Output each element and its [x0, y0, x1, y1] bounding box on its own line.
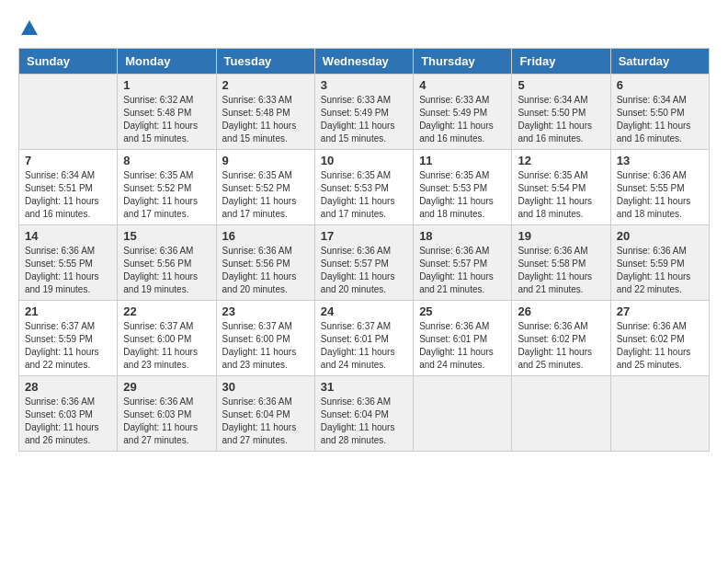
col-monday: Monday — [118, 49, 216, 75]
day-info: Sunrise: 6:36 AMSunset: 6:03 PMDaylight:… — [25, 396, 111, 447]
day-number: 11 — [419, 154, 506, 167]
calendar-cell: 23Sunrise: 6:37 AMSunset: 6:00 PMDayligh… — [216, 301, 314, 376]
day-number: 7 — [25, 154, 111, 167]
calendar-week-row: 28Sunrise: 6:36 AMSunset: 6:03 PMDayligh… — [19, 376, 710, 452]
day-info: Sunrise: 6:35 AMSunset: 5:53 PMDaylight:… — [419, 169, 506, 221]
calendar-cell — [610, 376, 709, 452]
day-number: 24 — [321, 304, 407, 318]
day-number: 10 — [321, 154, 407, 167]
calendar-cell: 5Sunrise: 6:34 AMSunset: 5:50 PMDaylight… — [512, 75, 610, 150]
day-info: Sunrise: 6:36 AMSunset: 6:01 PMDaylight:… — [419, 320, 506, 372]
calendar-cell: 21Sunrise: 6:37 AMSunset: 5:59 PMDayligh… — [19, 301, 118, 376]
calendar-cell: 18Sunrise: 6:36 AMSunset: 5:57 PMDayligh… — [414, 225, 512, 301]
calendar-cell: 17Sunrise: 6:36 AMSunset: 5:57 PMDayligh… — [314, 225, 413, 301]
day-info: Sunrise: 6:36 AMSunset: 6:02 PMDaylight:… — [518, 320, 604, 372]
day-info: Sunrise: 6:33 AMSunset: 5:49 PMDaylight:… — [419, 94, 506, 145]
day-number: 22 — [123, 304, 210, 318]
day-info: Sunrise: 6:37 AMSunset: 6:00 PMDaylight:… — [123, 320, 210, 372]
day-number: 16 — [222, 229, 309, 243]
calendar-cell: 20Sunrise: 6:36 AMSunset: 5:59 PMDayligh… — [610, 225, 709, 301]
day-info: Sunrise: 6:36 AMSunset: 6:03 PMDaylight:… — [123, 396, 210, 447]
day-info: Sunrise: 6:36 AMSunset: 6:04 PMDaylight:… — [222, 396, 309, 447]
calendar-cell: 26Sunrise: 6:36 AMSunset: 6:02 PMDayligh… — [512, 301, 610, 376]
day-number: 18 — [419, 229, 506, 243]
calendar-week-row: 21Sunrise: 6:37 AMSunset: 5:59 PMDayligh… — [19, 301, 710, 376]
svg-marker-0 — [21, 20, 38, 35]
calendar-cell: 25Sunrise: 6:36 AMSunset: 6:01 PMDayligh… — [414, 301, 512, 376]
page-header — [18, 18, 710, 39]
day-number: 6 — [617, 78, 703, 92]
day-info: Sunrise: 6:33 AMSunset: 5:49 PMDaylight:… — [321, 94, 407, 145]
day-number: 9 — [222, 154, 309, 167]
day-info: Sunrise: 6:36 AMSunset: 5:55 PMDaylight:… — [617, 169, 703, 221]
day-info: Sunrise: 6:36 AMSunset: 5:56 PMDaylight:… — [222, 245, 309, 296]
calendar-cell: 9Sunrise: 6:35 AMSunset: 5:52 PMDaylight… — [216, 150, 314, 225]
col-thursday: Thursday — [414, 49, 512, 75]
calendar-cell: 1Sunrise: 6:32 AMSunset: 5:48 PMDaylight… — [118, 75, 216, 150]
calendar-week-row: 7Sunrise: 6:34 AMSunset: 5:51 PMDaylight… — [19, 150, 710, 225]
calendar-cell — [512, 376, 610, 452]
day-number: 4 — [419, 78, 506, 92]
calendar-cell: 12Sunrise: 6:35 AMSunset: 5:54 PMDayligh… — [512, 150, 610, 225]
day-info: Sunrise: 6:34 AMSunset: 5:50 PMDaylight:… — [518, 94, 604, 145]
day-number: 17 — [321, 229, 407, 243]
header-row: Sunday Monday Tuesday Wednesday Thursday… — [19, 49, 710, 75]
calendar-cell: 7Sunrise: 6:34 AMSunset: 5:51 PMDaylight… — [19, 150, 118, 225]
day-number: 21 — [25, 304, 111, 318]
calendar-cell: 30Sunrise: 6:36 AMSunset: 6:04 PMDayligh… — [216, 376, 314, 452]
day-number: 20 — [617, 229, 703, 243]
day-number: 23 — [222, 304, 309, 318]
day-number: 15 — [123, 229, 210, 243]
calendar-cell: 29Sunrise: 6:36 AMSunset: 6:03 PMDayligh… — [118, 376, 216, 452]
day-number: 13 — [617, 154, 703, 167]
day-info: Sunrise: 6:33 AMSunset: 5:48 PMDaylight:… — [222, 94, 309, 145]
calendar-cell: 2Sunrise: 6:33 AMSunset: 5:48 PMDaylight… — [216, 75, 314, 150]
day-number: 29 — [123, 380, 210, 394]
calendar-cell: 27Sunrise: 6:36 AMSunset: 6:02 PMDayligh… — [610, 301, 709, 376]
logo — [18, 18, 40, 39]
col-wednesday: Wednesday — [314, 49, 413, 75]
col-friday: Friday — [512, 49, 610, 75]
calendar-cell: 13Sunrise: 6:36 AMSunset: 5:55 PMDayligh… — [610, 150, 709, 225]
day-info: Sunrise: 6:36 AMSunset: 5:59 PMDaylight:… — [617, 245, 703, 296]
calendar-cell: 24Sunrise: 6:37 AMSunset: 6:01 PMDayligh… — [314, 301, 413, 376]
day-info: Sunrise: 6:35 AMSunset: 5:54 PMDaylight:… — [518, 169, 604, 221]
day-info: Sunrise: 6:36 AMSunset: 6:04 PMDaylight:… — [321, 396, 407, 447]
day-info: Sunrise: 6:36 AMSunset: 5:57 PMDaylight:… — [419, 245, 506, 296]
day-number: 1 — [123, 78, 210, 92]
day-info: Sunrise: 6:36 AMSunset: 5:57 PMDaylight:… — [321, 245, 407, 296]
day-number: 14 — [25, 229, 111, 243]
day-number: 19 — [518, 229, 604, 243]
calendar-cell: 28Sunrise: 6:36 AMSunset: 6:03 PMDayligh… — [19, 376, 118, 452]
logo-icon — [19, 18, 40, 39]
day-info: Sunrise: 6:34 AMSunset: 5:50 PMDaylight:… — [617, 94, 703, 145]
day-info: Sunrise: 6:36 AMSunset: 5:55 PMDaylight:… — [25, 245, 111, 296]
day-info: Sunrise: 6:34 AMSunset: 5:51 PMDaylight:… — [25, 169, 111, 221]
day-number: 31 — [321, 380, 407, 394]
calendar-cell: 15Sunrise: 6:36 AMSunset: 5:56 PMDayligh… — [118, 225, 216, 301]
col-tuesday: Tuesday — [216, 49, 314, 75]
calendar-cell: 4Sunrise: 6:33 AMSunset: 5:49 PMDaylight… — [414, 75, 512, 150]
calendar-cell: 3Sunrise: 6:33 AMSunset: 5:49 PMDaylight… — [314, 75, 413, 150]
day-number: 25 — [419, 304, 506, 318]
calendar-cell: 8Sunrise: 6:35 AMSunset: 5:52 PMDaylight… — [118, 150, 216, 225]
calendar-cell: 16Sunrise: 6:36 AMSunset: 5:56 PMDayligh… — [216, 225, 314, 301]
day-info: Sunrise: 6:35 AMSunset: 5:52 PMDaylight:… — [123, 169, 210, 221]
calendar-table: Sunday Monday Tuesday Wednesday Thursday… — [18, 48, 710, 452]
day-number: 26 — [518, 304, 604, 318]
day-number: 30 — [222, 380, 309, 394]
day-number: 3 — [321, 78, 407, 92]
calendar-cell: 19Sunrise: 6:36 AMSunset: 5:58 PMDayligh… — [512, 225, 610, 301]
day-info: Sunrise: 6:35 AMSunset: 5:52 PMDaylight:… — [222, 169, 309, 221]
day-number: 2 — [222, 78, 309, 92]
calendar-cell: 11Sunrise: 6:35 AMSunset: 5:53 PMDayligh… — [414, 150, 512, 225]
day-info: Sunrise: 6:36 AMSunset: 5:58 PMDaylight:… — [518, 245, 604, 296]
calendar-cell — [414, 376, 512, 452]
calendar-week-row: 14Sunrise: 6:36 AMSunset: 5:55 PMDayligh… — [19, 225, 710, 301]
calendar-cell — [19, 75, 118, 150]
day-info: Sunrise: 6:32 AMSunset: 5:48 PMDaylight:… — [123, 94, 210, 145]
day-number: 28 — [25, 380, 111, 394]
calendar-week-row: 1Sunrise: 6:32 AMSunset: 5:48 PMDaylight… — [19, 75, 710, 150]
day-info: Sunrise: 6:35 AMSunset: 5:53 PMDaylight:… — [321, 169, 407, 221]
calendar-cell: 14Sunrise: 6:36 AMSunset: 5:55 PMDayligh… — [19, 225, 118, 301]
